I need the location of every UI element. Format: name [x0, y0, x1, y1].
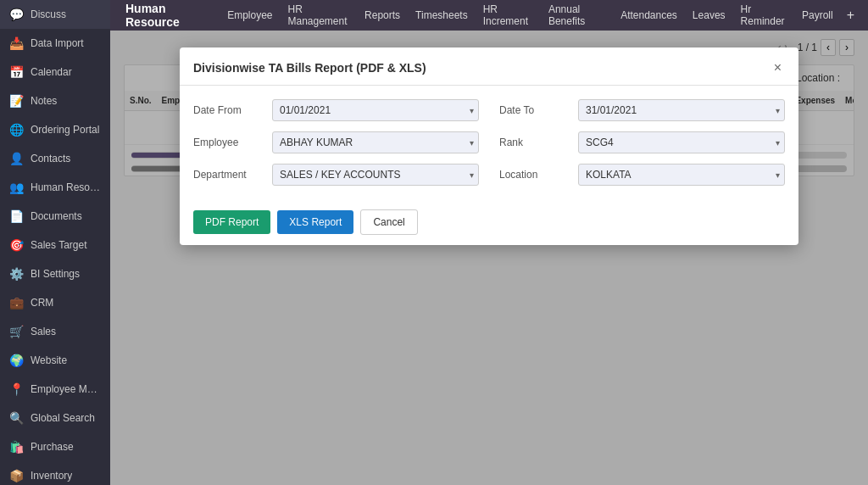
nav-hr-management[interactable]: HR Management — [281, 0, 357, 31]
sidebar-item-website[interactable]: 🌍 Website — [0, 346, 110, 375]
dialog-footer: PDF Report XLS Report Cancel — [180, 199, 798, 245]
sidebar-item-sales[interactable]: 🛒 Sales — [0, 317, 110, 346]
sidebar-item-label: Documents — [31, 210, 82, 222]
sidebar-item-label: Contacts — [31, 153, 70, 164]
dialog: Divisionwise TA Bills Report (PDF & XLS)… — [180, 47, 798, 245]
sidebar-item-label: Purchase — [31, 441, 74, 453]
sidebar-item-label: Discuss — [31, 8, 66, 20]
sidebar-item-label: Ordering Portal — [31, 124, 99, 136]
rank-wrapper: SCG4 — [578, 131, 785, 153]
date-from-wrapper: 01/01/2021 — [272, 99, 479, 121]
sidebar-item-label: CRM — [31, 297, 53, 309]
sidebar-item-label: Data Import — [31, 37, 84, 49]
sidebar-item-calendar[interactable]: 📅 Calendar — [0, 58, 110, 86]
sidebar-item-label: Human Resour... — [31, 181, 102, 193]
nav-payroll[interactable]: Payroll — [795, 6, 840, 25]
employee-map-icon: 📍 — [8, 382, 24, 397]
documents-icon: 📄 — [8, 209, 24, 224]
nav-reports[interactable]: Reports — [358, 6, 407, 25]
sidebar-item-data-import[interactable]: 📥 Data Import — [0, 29, 110, 58]
employee-wrapper: ABHAY KUMAR — [272, 131, 479, 153]
date-from-label: Date From — [193, 104, 265, 116]
purchase-icon: 🛍️ — [8, 439, 24, 454]
nav-hr-reminder[interactable]: Hr Reminder — [734, 0, 793, 31]
app-brand: Human Resource — [119, 0, 210, 32]
inventory-icon: 📦 — [8, 468, 24, 483]
rank-row: Rank SCG4 — [499, 131, 785, 153]
sidebar-item-ordering-portal[interactable]: 🌐 Ordering Portal — [0, 115, 110, 144]
date-to-row: Date To 31/01/2021 — [499, 99, 785, 121]
date-to-label: Date To — [499, 104, 571, 116]
discuss-icon: 💬 — [8, 7, 24, 22]
bi-settings-icon: ⚙️ — [8, 266, 24, 282]
sidebar-item-label: BI Settings — [31, 268, 80, 280]
sidebar-item-contacts[interactable]: 👤 Contacts — [0, 144, 110, 173]
sales-target-icon: 🎯 — [8, 237, 24, 253]
sidebar-item-employee-map[interactable]: 📍 Employee Map... — [0, 375, 110, 404]
sidebar-item-discuss[interactable]: 💬 Discuss — [0, 0, 110, 29]
sidebar-item-purchase[interactable]: 🛍️ Purchase — [0, 432, 110, 461]
nav-employee[interactable]: Employee — [220, 6, 279, 25]
nav-timesheets[interactable]: Timesheets — [409, 6, 475, 25]
employee-label: Employee — [193, 137, 265, 148]
sidebar-item-bi-settings[interactable]: ⚙️ BI Settings — [0, 259, 110, 288]
main-area: Human Resource Employee HR Management Re… — [110, 0, 868, 485]
calendar-icon: 📅 — [8, 64, 24, 80]
location-select[interactable]: KOLKATA — [578, 164, 785, 186]
date-to-wrapper: 31/01/2021 — [578, 99, 785, 121]
employee-select[interactable]: ABHAY KUMAR — [272, 131, 479, 153]
sidebar-item-sales-target[interactable]: 🎯 Sales Target — [0, 231, 110, 259]
date-from-select[interactable]: 01/01/2021 — [272, 99, 479, 121]
sidebar-item-label: Notes — [31, 95, 57, 107]
sidebar-item-label: Website — [31, 354, 67, 366]
dialog-body: Date From 01/01/2021 Date To — [180, 86, 798, 199]
xls-report-button[interactable]: XLS Report — [277, 210, 353, 234]
form-grid: Date From 01/01/2021 Date To — [193, 99, 785, 186]
crm-icon: 💼 — [8, 295, 24, 310]
sales-icon: 🛒 — [8, 324, 24, 339]
notes-icon: 📝 — [8, 93, 24, 109]
sidebar-item-documents[interactable]: 📄 Documents — [0, 202, 110, 231]
department-wrapper: SALES / KEY ACCOUNTS — [272, 164, 479, 186]
sidebar-item-label: Employee Map... — [31, 383, 102, 395]
data-import-icon: 📥 — [8, 36, 24, 51]
human-resource-icon: 👥 — [8, 180, 24, 195]
global-search-icon: 🔍 — [8, 410, 24, 426]
location-wrapper: KOLKATA — [578, 164, 785, 186]
ordering-portal-icon: 🌐 — [8, 122, 24, 137]
nav-leaves[interactable]: Leaves — [686, 6, 732, 25]
nav-attendances[interactable]: Attendances — [614, 6, 684, 25]
nav-hr-increment[interactable]: HR Increment — [476, 0, 540, 31]
nav-add-button[interactable]: + — [842, 6, 860, 25]
date-to-select[interactable]: 31/01/2021 — [578, 99, 785, 121]
pdf-report-button[interactable]: PDF Report — [193, 210, 270, 234]
sidebar: 💬 Discuss 📥 Data Import 📅 Calendar 📝 Not… — [0, 0, 110, 485]
sidebar-item-global-search[interactable]: 🔍 Global Search — [0, 404, 110, 432]
sidebar-item-label: Calendar — [31, 66, 72, 78]
date-from-row: Date From 01/01/2021 — [193, 99, 479, 121]
sidebar-item-human-resource[interactable]: 👥 Human Resour... — [0, 173, 110, 202]
sidebar-item-inventory[interactable]: 📦 Inventory — [0, 461, 110, 485]
contacts-icon: 👤 — [8, 151, 24, 166]
modal-overlay: Divisionwise TA Bills Report (PDF & XLS)… — [110, 31, 868, 485]
cancel-button[interactable]: Cancel — [360, 209, 417, 235]
rank-select[interactable]: SCG4 — [578, 131, 785, 153]
dialog-close-button[interactable]: × — [771, 59, 785, 76]
sidebar-item-label: Global Search — [31, 412, 95, 424]
department-select[interactable]: SALES / KEY ACCOUNTS — [272, 164, 479, 186]
top-nav: Human Resource Employee HR Management Re… — [110, 0, 868, 31]
sidebar-item-crm[interactable]: 💼 CRM — [0, 288, 110, 317]
website-icon: 🌍 — [8, 353, 24, 368]
dialog-header: Divisionwise TA Bills Report (PDF & XLS)… — [180, 47, 798, 86]
dialog-title: Divisionwise TA Bills Report (PDF & XLS) — [193, 61, 426, 75]
location-label: Location — [499, 169, 571, 181]
department-label: Department — [193, 169, 265, 181]
content-area: ↩ 1 / 1 ‹ › Location : S.No. Employee Co… — [110, 31, 868, 485]
department-row: Department SALES / KEY ACCOUNTS — [193, 164, 479, 186]
sidebar-item-notes[interactable]: 📝 Notes — [0, 86, 110, 115]
sidebar-item-label: Sales — [31, 326, 56, 337]
nav-annual-benefits[interactable]: Annual Benefits — [542, 0, 612, 31]
sidebar-item-label: Sales Target — [31, 239, 87, 251]
employee-row: Employee ABHAY KUMAR — [193, 131, 479, 153]
rank-label: Rank — [499, 137, 571, 148]
